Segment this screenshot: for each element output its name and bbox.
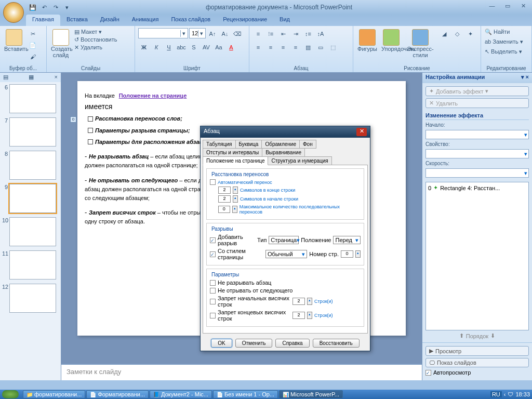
- tab-view[interactable]: Вид: [273, 15, 296, 26]
- indent-dec-icon[interactable]: ⇤: [277, 28, 289, 39]
- char-spacing-icon[interactable]: AV: [201, 42, 212, 53]
- indent-inc-icon[interactable]: ⇥: [290, 28, 301, 39]
- spinner-buttons[interactable]: ▴: [307, 312, 312, 319]
- reset-button[interactable]: Восстановить: [313, 339, 360, 348]
- add-effect-button[interactable]: ✦Добавить эффект ▾: [425, 86, 529, 96]
- orphan-lines-spinner[interactable]: 2: [292, 298, 305, 305]
- spinner-buttons[interactable]: ▴: [233, 187, 238, 194]
- reset-button[interactable]: ↺ Восстановить: [74, 36, 118, 44]
- move-down-icon[interactable]: ⬇: [490, 332, 495, 339]
- close-pane-icon[interactable]: ×: [55, 74, 58, 81]
- office-button[interactable]: [3, 2, 24, 23]
- dialog-tab-outline[interactable]: Структура и нумерация: [268, 156, 331, 165]
- find-button[interactable]: 🔍 Найти: [484, 28, 510, 36]
- bold-icon[interactable]: Ж: [138, 42, 150, 53]
- slide-canvas[interactable]: 0 На вкладке Положение на странице имеет…: [77, 81, 406, 336]
- slideshow-button[interactable]: 🖵 Показ слайдов: [425, 358, 529, 367]
- ok-button[interactable]: OK: [211, 339, 232, 348]
- thumbnail-10[interactable]: [9, 217, 56, 246]
- task-item[interactable]: 📄 Форматировани...: [86, 390, 149, 398]
- minimize-button[interactable]: —: [486, 3, 498, 12]
- line-spacing-icon[interactable]: ↕≡: [302, 28, 314, 39]
- animation-anchor[interactable]: 0: [70, 116, 76, 123]
- dialog-tab-alignment[interactable]: Выравнивание: [262, 148, 305, 157]
- tab-slideshow[interactable]: Показ слайдов: [165, 15, 217, 26]
- thumbnail-7[interactable]: [9, 117, 56, 147]
- tab-design[interactable]: Дизайн: [94, 15, 126, 26]
- autopreview-checkbox[interactable]: [425, 370, 431, 376]
- break-position-combo[interactable]: Перед▾: [333, 236, 361, 244]
- quick-styles-button[interactable]: Экспресс-стили: [404, 28, 436, 59]
- delete-slide-button[interactable]: ✕ Удалить: [74, 44, 118, 51]
- tab-review[interactable]: Рецензирование: [217, 15, 273, 26]
- shapes-button[interactable]: Фигуры: [356, 28, 378, 53]
- animation-list[interactable]: 0 ✦ Rectangle 4: Расстан...: [425, 182, 529, 330]
- widow-checkbox[interactable]: [210, 313, 216, 318]
- start-select[interactable]: ▾: [425, 130, 529, 139]
- thumbnail-9[interactable]: [9, 184, 56, 213]
- clear-format-icon[interactable]: ⌫: [232, 28, 243, 39]
- bullets-icon[interactable]: ≡: [252, 28, 264, 39]
- notes-pane[interactable]: Заметки к слайду: [61, 364, 422, 380]
- dialog-tab-dropcap[interactable]: Буквица: [235, 140, 262, 149]
- close-button[interactable]: ✕: [517, 3, 529, 12]
- layout-button[interactable]: ▤ Макет ▾: [74, 28, 118, 36]
- speed-select[interactable]: ▾: [425, 168, 529, 178]
- columns-icon[interactable]: ▥: [302, 42, 314, 53]
- maximize-button[interactable]: ▭: [502, 3, 513, 12]
- tab-animation[interactable]: Анимация: [126, 15, 165, 26]
- dialog-tab-indents[interactable]: Отступы и интервалы: [203, 148, 262, 157]
- text-direction-icon[interactable]: ↕A: [315, 28, 326, 39]
- page-style-combo[interactable]: Обычный▾: [265, 250, 307, 258]
- select-button[interactable]: ↖ Выделить ▾: [484, 48, 523, 56]
- numbering-icon[interactable]: ⁝≡: [265, 28, 276, 39]
- replace-button[interactable]: ab Заменить ▾: [484, 38, 524, 46]
- copy-icon[interactable]: 📄: [27, 39, 38, 51]
- cancel-button[interactable]: Отменить: [235, 339, 273, 348]
- align-left-icon[interactable]: ≡: [252, 42, 264, 53]
- justify-icon[interactable]: ≡: [290, 42, 301, 53]
- change-case-icon[interactable]: Aa: [213, 42, 224, 53]
- font-size-combo[interactable]: 12▾: [189, 28, 206, 38]
- outline-tab-icon[interactable]: ▤: [3, 74, 8, 81]
- thumbnail-11[interactable]: [9, 250, 56, 280]
- tab-home[interactable]: Главная: [26, 15, 60, 26]
- orphan-checkbox[interactable]: [210, 299, 216, 304]
- shrink-font-icon[interactable]: A↓: [219, 28, 231, 39]
- tray-icon[interactable]: 🛡: [508, 391, 513, 397]
- dialog-tab-background[interactable]: Фон: [299, 140, 316, 149]
- start-button[interactable]: [2, 390, 19, 398]
- tray-expand-icon[interactable]: ‹: [504, 391, 506, 397]
- chars-start-spinner[interactable]: 2: [218, 195, 231, 203]
- thumbnail-8[interactable]: [9, 151, 56, 180]
- clock[interactable]: 18:33: [515, 391, 530, 397]
- spinner-buttons[interactable]: ▴: [355, 250, 361, 258]
- keep-together-checkbox[interactable]: [210, 280, 216, 286]
- shadow-icon[interactable]: S: [188, 42, 200, 53]
- add-break-checkbox[interactable]: [210, 237, 216, 243]
- preview-button[interactable]: ▶ Просмотр: [425, 346, 529, 356]
- font-name-combo[interactable]: ▾: [138, 28, 188, 38]
- underline-icon[interactable]: Ч: [163, 42, 175, 53]
- spinner-buttons[interactable]: ▴: [307, 298, 312, 305]
- grow-font-icon[interactable]: A↑: [207, 28, 218, 39]
- chars-end-spinner[interactable]: 2: [218, 187, 231, 194]
- anim-pane-menu-icon[interactable]: ▾: [521, 74, 524, 80]
- task-item[interactable]: 📁 форматировани...: [23, 390, 85, 398]
- language-indicator[interactable]: RU: [490, 391, 502, 397]
- task-item[interactable]: 📘 Документ2 - Mic...: [150, 390, 212, 398]
- auto-hyphen-checkbox[interactable]: [210, 179, 216, 185]
- spinner-buttons[interactable]: ▴: [232, 206, 237, 213]
- shape-fill-icon[interactable]: ◢: [438, 28, 450, 39]
- align-right-icon[interactable]: ≡: [277, 42, 289, 53]
- page-num-spinner[interactable]: 0: [341, 250, 353, 258]
- shape-effects-icon[interactable]: ✦: [464, 28, 476, 39]
- align-text-icon[interactable]: ▭: [315, 42, 326, 53]
- format-painter-icon[interactable]: 🖌: [27, 51, 38, 62]
- animation-list-item[interactable]: 0 ✦ Rectangle 4: Расстан...: [427, 183, 527, 192]
- align-center-icon[interactable]: ≡: [265, 42, 276, 53]
- thumbnail-12[interactable]: [9, 284, 56, 313]
- dialog-tab-borders[interactable]: Обрамление: [261, 140, 300, 149]
- save-icon[interactable]: 💾: [28, 3, 37, 12]
- dialog-tab-position[interactable]: Положение на странице: [203, 156, 268, 165]
